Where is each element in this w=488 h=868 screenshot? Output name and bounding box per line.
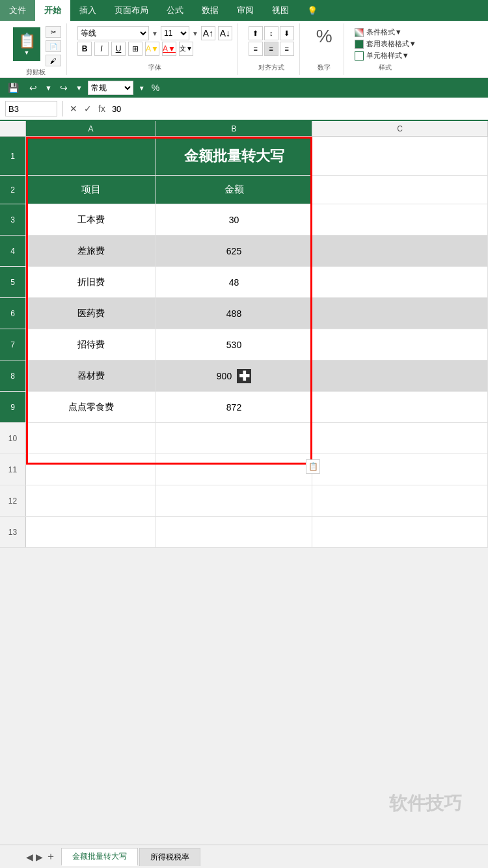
tab-formula[interactable]: 公式 bbox=[157, 0, 193, 21]
percent-button[interactable]: % bbox=[150, 81, 161, 94]
center-align-button[interactable]: ≡ bbox=[264, 42, 278, 56]
cell-c9[interactable] bbox=[312, 392, 488, 422]
cell-b7[interactable]: 530 bbox=[156, 329, 312, 360]
cell-a13[interactable] bbox=[26, 517, 156, 547]
row-num-2: 2 bbox=[0, 176, 26, 204]
cut-button[interactable]: ✂ bbox=[46, 26, 61, 38]
cell-a4[interactable]: 差旅费 bbox=[26, 236, 156, 266]
cell-a6[interactable]: 医药费 bbox=[26, 298, 156, 329]
tab-view[interactable]: 视图 bbox=[263, 0, 298, 21]
cell-c13[interactable] bbox=[312, 517, 488, 547]
copy-button[interactable]: 📄 bbox=[46, 40, 61, 52]
right-align-button[interactable]: ≡ bbox=[280, 42, 294, 56]
cell-a12[interactable] bbox=[26, 485, 156, 516]
cell-c8[interactable] bbox=[312, 360, 488, 391]
cell-style-button[interactable]: 单元格样式▼ bbox=[355, 51, 416, 61]
cell-a3[interactable]: 工本费 bbox=[26, 204, 156, 235]
decrease-font-button[interactable]: A↓ bbox=[218, 26, 232, 40]
paste-button[interactable]: 📋 ▼ bbox=[10, 26, 43, 66]
cell-a7[interactable]: 招待费 bbox=[26, 329, 156, 360]
sheet-tabs: ◀ ▶ ＋ 金额批量转大写 所得税税率 bbox=[0, 845, 488, 868]
font-name-select[interactable]: 等线 bbox=[77, 26, 149, 40]
item-label: 差旅费 bbox=[77, 245, 105, 257]
cell-a5[interactable]: 折旧费 bbox=[26, 267, 156, 297]
cell-c11[interactable] bbox=[312, 454, 488, 485]
fill-color-button[interactable]: A▼ bbox=[145, 42, 159, 56]
confirm-formula-icon[interactable]: ✓ bbox=[83, 102, 93, 115]
col-header-b[interactable]: B bbox=[156, 121, 312, 136]
cell-a2[interactable]: 项目 bbox=[26, 176, 156, 204]
redo-dropdown-icon[interactable]: ▼ bbox=[75, 84, 83, 92]
cell-c7[interactable] bbox=[312, 329, 488, 360]
cell-a11[interactable] bbox=[26, 454, 156, 485]
sheet-nav-prev[interactable]: ◀ bbox=[26, 852, 33, 862]
tab-review[interactable]: 审阅 bbox=[228, 0, 263, 21]
italic-button[interactable]: I bbox=[94, 42, 109, 56]
special-char-button[interactable]: 文▼ bbox=[179, 42, 193, 56]
sheet-tab-2[interactable]: 所得税税率 bbox=[139, 848, 200, 866]
cell-b1[interactable]: 金额批量转大写 bbox=[156, 137, 312, 175]
left-align-button[interactable]: ≡ bbox=[249, 42, 263, 56]
increase-font-button[interactable]: A↑ bbox=[201, 26, 215, 40]
conditional-format-button[interactable]: 条件格式▼ bbox=[355, 27, 416, 37]
font-color-button[interactable]: A▼ bbox=[162, 42, 176, 56]
add-sheet-button[interactable]: ＋ bbox=[46, 850, 56, 863]
cell-c6[interactable] bbox=[312, 298, 488, 329]
undo-dropdown-icon[interactable]: ▼ bbox=[45, 84, 52, 92]
cancel-formula-icon[interactable]: ✕ bbox=[68, 102, 79, 115]
cell-b2[interactable]: 金额 bbox=[156, 176, 312, 204]
tab-help[interactable]: 💡 bbox=[298, 0, 327, 21]
cell-b10[interactable] bbox=[156, 423, 312, 454]
col-header-c[interactable]: C bbox=[312, 121, 488, 136]
cell-b8[interactable]: 900 ✚ bbox=[156, 360, 312, 391]
cell-b13[interactable] bbox=[156, 517, 312, 547]
cell-a1[interactable] bbox=[26, 137, 156, 175]
redo-icon[interactable]: ↪ bbox=[57, 81, 70, 94]
tab-file[interactable]: 文件 bbox=[0, 0, 35, 21]
cell-c2[interactable] bbox=[312, 176, 488, 204]
bottom-align-button[interactable]: ⬇ bbox=[280, 26, 294, 40]
cell-c12[interactable] bbox=[312, 485, 488, 516]
cell-reference[interactable]: B3 bbox=[5, 101, 57, 116]
table-row: 8 器材费 900 ✚ bbox=[0, 360, 488, 392]
cell-c5[interactable] bbox=[312, 267, 488, 297]
tab-insert[interactable]: 插入 bbox=[70, 0, 105, 21]
undo-icon[interactable]: ↩ bbox=[27, 81, 40, 94]
cell-b11[interactable] bbox=[156, 454, 312, 485]
insert-function-icon[interactable]: fx bbox=[97, 102, 107, 115]
cell-b12[interactable] bbox=[156, 485, 312, 516]
alignment-group: ⬆ ↕ ⬇ ≡ ≡ ≡ 对齐方式 bbox=[243, 23, 300, 75]
cell-c10[interactable] bbox=[312, 423, 488, 454]
sheet-nav-next[interactable]: ▶ bbox=[36, 852, 43, 862]
watermark: 软件技巧 bbox=[389, 791, 462, 816]
format-select[interactable]: 常规 bbox=[88, 81, 133, 95]
cell-c4[interactable] bbox=[312, 236, 488, 266]
paste-options-icon[interactable]: 📋 bbox=[306, 459, 320, 474]
middle-align-button[interactable]: ↕ bbox=[264, 26, 278, 40]
top-align-button[interactable]: ⬆ bbox=[249, 26, 263, 40]
tab-page-layout[interactable]: 页面布局 bbox=[105, 0, 157, 21]
col-header-a[interactable]: A bbox=[26, 121, 156, 136]
cell-b6[interactable]: 488 bbox=[156, 298, 312, 329]
cell-a8[interactable]: 器材费 bbox=[26, 360, 156, 391]
table-format-button[interactable]: 套用表格格式▼ bbox=[355, 39, 416, 49]
cell-c3[interactable] bbox=[312, 204, 488, 235]
cell-b3[interactable]: 30 bbox=[156, 204, 312, 235]
cell-a9[interactable]: 点点零食费 bbox=[26, 392, 156, 422]
cell-c1[interactable] bbox=[312, 137, 488, 175]
tab-data[interactable]: 数据 bbox=[193, 0, 228, 21]
cell-b9[interactable]: 872 bbox=[156, 392, 312, 422]
sheet-tab-1[interactable]: 金额批量转大写 bbox=[61, 848, 138, 866]
border-button[interactable]: ⊞ bbox=[128, 42, 142, 56]
bold-button[interactable]: B bbox=[77, 42, 92, 56]
tab-home[interactable]: 开始 bbox=[35, 0, 70, 21]
cell-b5[interactable]: 48 bbox=[156, 267, 312, 297]
save-icon[interactable]: 💾 bbox=[5, 81, 21, 94]
font-size-select[interactable]: 11 bbox=[161, 26, 189, 40]
format-painter-button[interactable]: 🖌 bbox=[46, 55, 61, 66]
formula-input[interactable] bbox=[112, 104, 483, 114]
underline-button[interactable]: U bbox=[111, 42, 126, 56]
cell-b4[interactable]: 625 bbox=[156, 236, 312, 266]
cell-a10[interactable] bbox=[26, 423, 156, 454]
font-group-label: 字体 bbox=[148, 62, 161, 72]
